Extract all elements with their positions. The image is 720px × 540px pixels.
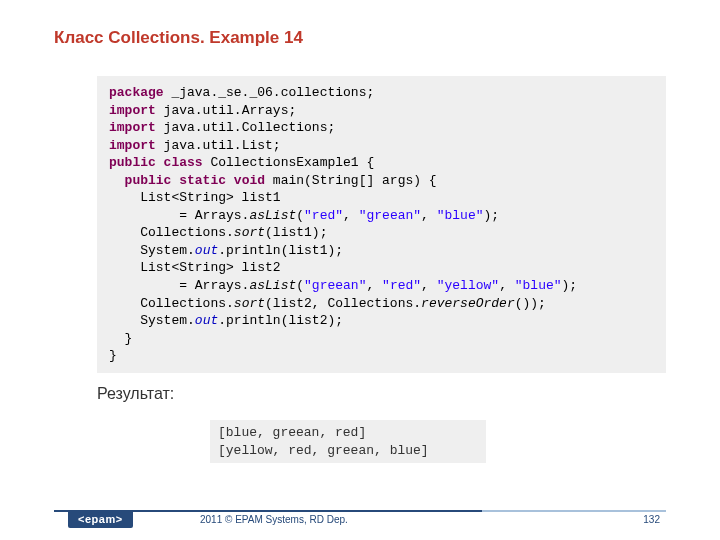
code-kw: import: [109, 138, 156, 153]
page-number: 132: [643, 514, 660, 525]
code-text: java.util.List;: [156, 138, 281, 153]
code-text: = Arrays.: [109, 278, 249, 293]
code-kw: public class: [109, 155, 203, 170]
code-string: "greean": [304, 278, 366, 293]
output-line: [blue, greean, red]: [218, 424, 478, 442]
code-text: System.: [109, 313, 195, 328]
code-kw: package: [109, 85, 164, 100]
code-text: ,: [421, 208, 437, 223]
code-static: sort: [234, 296, 265, 311]
code-text: .println(list1);: [218, 243, 343, 258]
code-text: );: [484, 208, 500, 223]
result-label: Результат:: [97, 385, 720, 403]
code-static: asList: [249, 208, 296, 223]
output-block: [blue, greean, red][yellow, red, greean,…: [210, 420, 486, 463]
code-text: ());: [515, 296, 546, 311]
code-text: (: [296, 208, 304, 223]
code-static: reverseOrder: [421, 296, 515, 311]
code-text: Collections.: [109, 296, 234, 311]
code-field: out: [195, 313, 218, 328]
code-static: asList: [249, 278, 296, 293]
code-text: ,: [421, 278, 437, 293]
code-string: "greean": [359, 208, 421, 223]
code-string: "blue": [515, 278, 562, 293]
code-text: = Arrays.: [109, 208, 249, 223]
code-text: (: [296, 278, 304, 293]
footer: <epam> 2011 © EPAM Systems, RD Dep. 132: [0, 502, 720, 528]
code-text: _java._se._06.collections;: [164, 85, 375, 100]
code-text: (list2, Collections.: [265, 296, 421, 311]
code-text: List<String> list1: [109, 190, 281, 205]
code-text: [109, 173, 125, 188]
code-string: "red": [382, 278, 421, 293]
code-string: "yellow": [437, 278, 499, 293]
epam-logo: <epam>: [68, 510, 133, 528]
code-text: ,: [499, 278, 515, 293]
code-static: sort: [234, 225, 265, 240]
code-text: (list1);: [265, 225, 327, 240]
code-kw: import: [109, 120, 156, 135]
code-kw: import: [109, 103, 156, 118]
code-string: "blue": [437, 208, 484, 223]
code-text: main(String[] args) {: [265, 173, 437, 188]
code-text: }: [109, 348, 117, 363]
code-text: java.util.Collections;: [156, 120, 335, 135]
code-field: out: [195, 243, 218, 258]
code-text: CollectionsExample1 {: [203, 155, 375, 170]
code-kw: public static void: [125, 173, 265, 188]
output-line: [yellow, red, greean, blue]: [218, 442, 478, 460]
code-text: ,: [366, 278, 382, 293]
code-text: );: [562, 278, 578, 293]
code-text: System.: [109, 243, 195, 258]
copyright-text: 2011 © EPAM Systems, RD Dep.: [200, 514, 348, 525]
code-block: package _java._se._06.collections; impor…: [97, 76, 666, 373]
code-text: List<String> list2: [109, 260, 281, 275]
code-string: "red": [304, 208, 343, 223]
slide-title: Класс Collections. Example 14: [0, 0, 720, 48]
code-text: ,: [343, 208, 359, 223]
code-text: }: [109, 331, 132, 346]
footer-divider: [54, 510, 666, 512]
code-text: java.util.Arrays;: [156, 103, 296, 118]
code-text: .println(list2);: [218, 313, 343, 328]
code-text: Collections.: [109, 225, 234, 240]
